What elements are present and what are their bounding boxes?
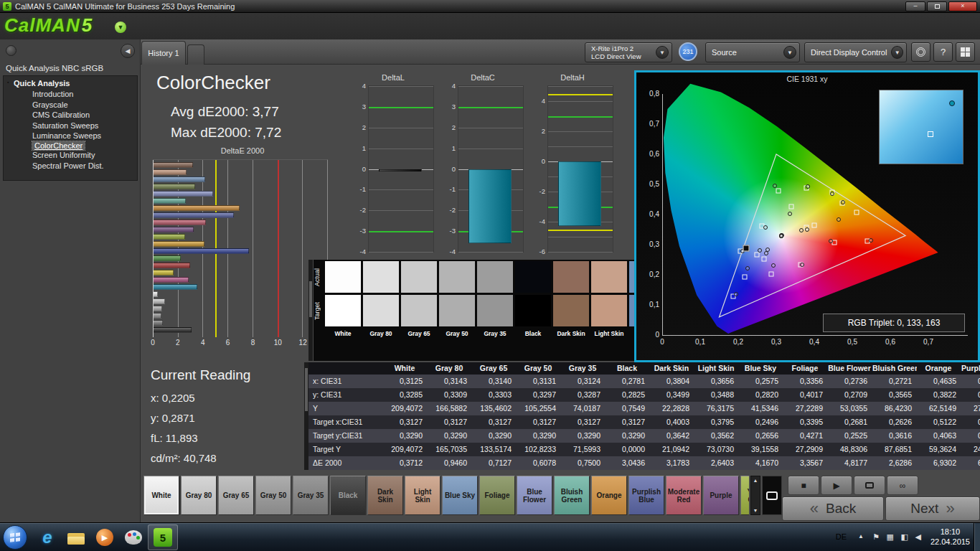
paint-icon[interactable] [122, 527, 145, 548]
patch-button-white[interactable]: White [143, 476, 179, 515]
table-cell: 0,3562 [694, 429, 739, 443]
settings-button[interactable] [911, 42, 930, 62]
media-player-icon[interactable]: ▶ [93, 527, 116, 548]
back-button[interactable]: « Back [782, 496, 884, 521]
minimize-button[interactable]: – [905, 1, 925, 11]
gridline [458, 86, 523, 87]
tree-item-luminance-sweeps[interactable]: Luminance Sweeps [32, 131, 103, 141]
deltae-bar-gray-80 [154, 298, 165, 304]
internet-explorer-icon[interactable]: e [36, 527, 59, 548]
swatch-scrollbar[interactable] [308, 260, 313, 361]
deltae-bar-cyan [154, 284, 197, 290]
patch-button-gray-80[interactable]: Gray 80 [181, 476, 217, 515]
reading-fl: fL: 11,893 [151, 432, 198, 444]
patch-scrollbar[interactable]: ▲ ▼ [750, 476, 760, 515]
help-button[interactable]: ? [933, 42, 953, 62]
axis-label: -3 [441, 227, 456, 235]
axis-label: -2 [441, 206, 456, 214]
pattern-window-button[interactable] [762, 476, 782, 515]
close-button[interactable]: × [948, 1, 977, 11]
continuous-measure-button[interactable]: ∞ [887, 476, 918, 495]
axis-label: 0 [531, 157, 545, 165]
single-measure-button[interactable] [854, 476, 885, 495]
source-dropdown[interactable]: Source ▼ [705, 42, 800, 62]
delta-bar [558, 161, 600, 226]
sidebar-collapse-button[interactable]: ◀ [121, 44, 135, 58]
table-cell: 0,2496 [739, 415, 783, 429]
patch-button-black[interactable]: Black [330, 476, 366, 515]
table-cell: 0,6078 [517, 456, 561, 470]
patch-button-gray-50[interactable]: Gray 50 [255, 476, 291, 515]
start-button[interactable] [3, 525, 27, 550]
tree-item-introduction[interactable]: Introduction [32, 89, 75, 100]
scrollbar-thumb[interactable] [309, 281, 312, 317]
taskbar-clock[interactable]: 18:10 22.04.2015 [930, 527, 970, 547]
patch-button-foliage[interactable]: Foliage [479, 476, 515, 515]
cie-measured-moderate-red [829, 239, 833, 243]
logo-dropdown-icon[interactable]: ▼ [115, 22, 126, 33]
back-label: Back [826, 501, 856, 517]
patch-button-gray-65[interactable]: Gray 65 [218, 476, 254, 515]
table-cell: 6,5014 [961, 456, 980, 470]
volume-tray-icon[interactable]: ◀ [915, 532, 921, 542]
tree-item-screen-uniformity[interactable]: Screen Uniformity [32, 150, 96, 161]
tree-root[interactable]: ▪ Quick Analysis [4, 76, 137, 89]
layout-button[interactable] [956, 42, 975, 62]
cie-target-purplish-blue [742, 275, 747, 280]
file-explorer-icon[interactable] [65, 527, 88, 548]
swatch-label: Dark Skin [553, 330, 589, 337]
patch-button-dark-skin[interactable]: Dark Skin [367, 476, 403, 515]
tree-item-cms-calibration[interactable]: CMS Calibration [32, 110, 91, 121]
column-header-orange: Orange [917, 362, 961, 375]
patch-button-gray-35[interactable]: Gray 35 [293, 476, 329, 515]
cie-measured-yellow-green [806, 184, 810, 189]
patch-button-orange[interactable]: Orange [591, 476, 627, 515]
display-control-dropdown[interactable]: Direct Display Control ▼ [804, 42, 907, 62]
display-tray-icon[interactable]: ▦ [887, 532, 894, 542]
network-tray-icon[interactable]: ◧ [901, 532, 908, 542]
deltae-bar-orange-yellow [154, 241, 204, 247]
inset-measured-marker [949, 100, 955, 106]
tree-item-colorchecker[interactable]: ColorChecker [32, 141, 85, 151]
delta-bar [468, 169, 511, 244]
tree-item-spectral-power-dist[interactable]: Spectral Power Dist. [32, 161, 105, 171]
avg-de2000: Avg dE2000: 3,77 [171, 104, 279, 120]
stop-button[interactable]: ■ [788, 476, 819, 495]
patch-button-blue-sky[interactable]: Blue Sky [442, 476, 478, 515]
axis-label: 2 [352, 123, 366, 131]
patch-button-yellow-green[interactable]: Yellow Green [740, 476, 749, 515]
table-cell: 0,2575 [739, 375, 783, 388]
patch-button-bluish-green[interactable]: Bluish Green [554, 476, 590, 515]
meter-dropdown[interactable]: X-Rite i1Pro 2 LCD Direct View ▼ [585, 42, 672, 62]
new-tab-stub[interactable] [187, 44, 204, 65]
language-indicator[interactable]: DE [836, 532, 847, 541]
table-cell: 71,5993 [561, 443, 606, 456]
play-button[interactable]: ▶ [821, 476, 852, 495]
calman-taskbar-icon[interactable]: 5 [151, 527, 174, 548]
scroll-down-icon[interactable]: ▼ [753, 508, 758, 513]
tray-expand-icon[interactable]: ▲ [858, 533, 864, 540]
patch-button-purplish-blue[interactable]: Purplish Blue [628, 476, 664, 515]
workflow-menu-icon[interactable] [6, 45, 17, 56]
inset-target-marker [928, 131, 933, 137]
clock-time: 18:10 [930, 527, 970, 537]
patch-button-moderate-red[interactable]: Moderate Red [666, 476, 702, 515]
show-desktop-button[interactable] [974, 523, 980, 551]
patch-button-purple[interactable]: Purple [703, 476, 739, 515]
action-center-flag-icon[interactable]: ⚑ [872, 532, 880, 542]
tree-item-grayscale[interactable]: Grayscale [32, 100, 70, 110]
scroll-up-icon[interactable]: ▲ [753, 478, 758, 483]
patch-button-blue-flower[interactable]: Blue Flower [517, 476, 552, 515]
tree-item-saturation-sweeps[interactable]: Saturation Sweeps [32, 121, 100, 131]
next-button[interactable]: Next » [885, 496, 980, 521]
axis-label: 0,5 [847, 338, 857, 346]
column-header-blue-flower: Blue Flower [828, 362, 872, 375]
delta-c-chart: DeltaC 43210-1-2-3-4 [439, 73, 527, 263]
table-cell: 0,3127 [606, 415, 650, 429]
maximize-button[interactable] [927, 1, 947, 11]
patch-button-light-skin[interactable]: Light Skin [405, 476, 440, 515]
scrollbar-thumb[interactable] [305, 368, 308, 411]
deltae-bar-light-skin [154, 169, 187, 175]
tab-history-1[interactable]: History 1 [141, 41, 186, 65]
meter-label: X-Rite i1Pro 2 LCD Direct View [591, 44, 651, 60]
